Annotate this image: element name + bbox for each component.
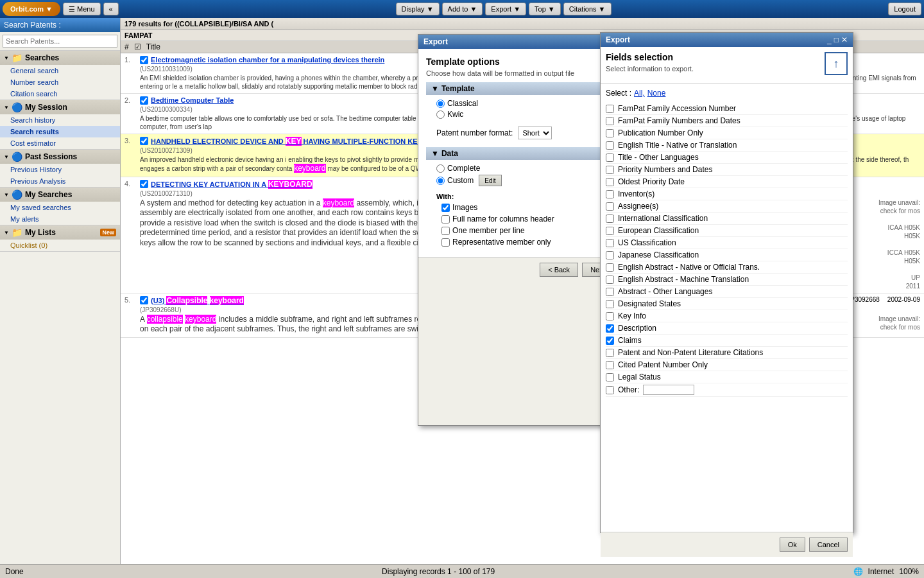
field-checkbox-description[interactable] <box>606 324 614 333</box>
my-session-triangle: ▼ <box>4 105 9 110</box>
field-checkbox-oldest-priority[interactable] <box>606 178 614 186</box>
field-checkbox-japanese-class[interactable] <box>606 251 614 259</box>
sidebar-item-cost-estimator[interactable]: Cost estimator <box>0 137 120 149</box>
field-checkbox-us-class[interactable] <box>606 239 614 247</box>
field-checkbox-english-abstract[interactable] <box>606 263 614 272</box>
patent-number-format-label: Patent number format: <box>436 128 513 137</box>
field-label-pub-number: Publication Number Only <box>618 128 703 137</box>
my-searches-header[interactable]: ▼ 🔵 My Searches <box>0 188 120 202</box>
sidebar-item-alerts[interactable]: My alerts <box>0 213 120 225</box>
field-checkbox-legal-status[interactable] <box>606 373 614 381</box>
past-sessions-triangle: ▼ <box>4 154 9 160</box>
field-label-inventors: Inventor(s) <box>618 189 654 198</box>
collapse-button[interactable]: « <box>103 3 119 15</box>
export-button[interactable]: Export ▼ <box>485 3 526 15</box>
field-item-abstract-machine: English Abstract - Machine Translation <box>606 274 848 286</box>
field-checkbox-assignees[interactable] <box>606 202 614 211</box>
search-input[interactable] <box>3 35 117 48</box>
field-checkbox-cited-patent[interactable] <box>606 361 614 369</box>
citations-button[interactable]: Citations ▼ <box>563 3 612 15</box>
display-button[interactable]: Display ▼ <box>396 3 440 15</box>
patent-number-format-select[interactable]: Short Long <box>518 127 552 139</box>
other-text-input[interactable] <box>643 385 694 395</box>
field-label-abstract-machine: English Abstract - Machine Translation <box>618 275 749 284</box>
ok-button[interactable]: Ok <box>780 538 805 552</box>
field-item-abstract-other: Abstract - Other Languages <box>606 286 848 298</box>
full-name-checkbox[interactable] <box>441 215 450 223</box>
template-dialog-title-text: Export <box>424 37 448 46</box>
field-checkbox-pub-number[interactable] <box>606 129 614 137</box>
sidebar-item-previous-analysis[interactable]: Previous Analysis <box>0 175 120 187</box>
one-member-checkbox[interactable] <box>441 227 450 235</box>
field-checkbox-fampat-accession[interactable] <box>606 105 614 113</box>
field-item-oldest-priority: Oldest Priority Date <box>606 176 848 188</box>
fields-dialog-footer: Ok Cancel <box>601 532 853 557</box>
edit-button[interactable]: Edit <box>479 175 501 186</box>
fields-cancel-button[interactable]: Cancel <box>809 538 848 552</box>
field-item-key-info: Key Info <box>606 310 848 322</box>
sidebar-item-search-results[interactable]: Search results <box>0 126 120 137</box>
field-checkbox-other[interactable] <box>606 386 614 394</box>
back-button[interactable]: < Back <box>540 263 578 277</box>
representative-label: Representative member only <box>452 238 551 247</box>
representative-checkbox[interactable] <box>441 238 450 247</box>
my-session-header[interactable]: ▼ 🔵 My Session <box>0 100 120 114</box>
logout-button[interactable]: Logout <box>888 3 921 15</box>
field-checkbox-european-class[interactable] <box>606 227 614 235</box>
field-checkbox-intl-class[interactable] <box>606 215 614 223</box>
field-label-fampat-accession: FamPat Family Accession Number <box>618 104 736 113</box>
sidebar-item-saved-searches[interactable]: My saved searches <box>0 202 120 213</box>
kwic-radio[interactable] <box>436 110 445 119</box>
menu-button[interactable]: ☰ Menu <box>63 3 101 15</box>
fields-close-btn[interactable]: ✕ <box>841 35 848 44</box>
internet-label: Internet <box>868 567 894 576</box>
field-checkbox-title-other[interactable] <box>606 153 614 162</box>
classical-label: Classical <box>447 99 478 108</box>
data-collapse-arrow: ▼ <box>431 149 439 158</box>
field-label-english-title: English Title - Native or Translation <box>618 141 737 150</box>
past-sessions-section: ▼ 🔵 Past Sessions Previous History Previ… <box>0 150 120 188</box>
field-checkbox-abstract-machine[interactable] <box>606 276 614 284</box>
orbit-logo[interactable]: Orbit.com ▼ <box>3 2 60 16</box>
field-checkbox-claims[interactable] <box>606 337 614 345</box>
sidebar-item-search-history[interactable]: Search history <box>0 114 120 126</box>
field-label-title-other: Title - Other Languages <box>618 153 699 162</box>
searches-header[interactable]: ▼ 📁 Searches <box>0 51 120 65</box>
custom-label: Custom <box>447 176 474 185</box>
addto-button[interactable]: Add to ▼ <box>442 3 483 15</box>
my-lists-header[interactable]: ▼ 📁 My Lists New <box>0 225 120 240</box>
sidebar-item-general-search[interactable]: General search <box>0 65 120 76</box>
field-checkbox-abstract-other[interactable] <box>606 288 614 296</box>
field-label-abstract-other: Abstract - Other Languages <box>618 287 712 296</box>
field-item-intl-class: International Classification <box>606 213 848 225</box>
field-checkbox-english-title[interactable] <box>606 141 614 150</box>
field-checkbox-inventors[interactable] <box>606 190 614 198</box>
field-checkbox-patent-citations[interactable] <box>606 349 614 357</box>
field-checkbox-key-info[interactable] <box>606 312 614 320</box>
fields-dialog-title: Export _ □ ✕ <box>601 33 853 47</box>
field-label-assignees: Assignee(s) <box>618 202 658 211</box>
sidebar-item-previous-history[interactable]: Previous History <box>0 164 120 175</box>
fields-maximize-btn[interactable]: □ <box>834 35 839 44</box>
sidebar-item-quicklist[interactable]: Quicklist (0) <box>0 240 120 251</box>
fields-dialog-title-text: Export <box>606 35 630 44</box>
field-checkbox-priority-numbers[interactable] <box>606 166 614 174</box>
sidebar: Search Patents : ▼ 📁 Searches General se… <box>0 18 121 578</box>
select-all-link[interactable]: All, <box>634 89 645 98</box>
top-button[interactable]: Top ▼ <box>529 3 561 15</box>
fields-minimize-btn[interactable]: _ <box>827 35 832 44</box>
select-none-link[interactable]: None <box>647 89 666 98</box>
field-checkbox-fampat-numbers[interactable] <box>606 117 614 125</box>
past-sessions-header[interactable]: ▼ 🔵 Past Sessions <box>0 150 120 164</box>
field-item-other: Other: <box>606 383 848 397</box>
sidebar-item-citation-search[interactable]: Citation search <box>0 88 120 100</box>
data-section-label: Data <box>441 149 458 158</box>
classical-radio[interactable] <box>436 100 445 108</box>
my-lists-triangle: ▼ <box>4 230 9 236</box>
field-checkbox-designated-states[interactable] <box>606 300 614 308</box>
sidebar-item-number-search[interactable]: Number search <box>0 76 120 88</box>
displaying-records: Displaying records 1 - 100 of 179 <box>382 567 495 576</box>
complete-radio[interactable] <box>436 164 445 173</box>
images-checkbox[interactable] <box>441 204 450 212</box>
custom-radio[interactable] <box>436 177 445 185</box>
